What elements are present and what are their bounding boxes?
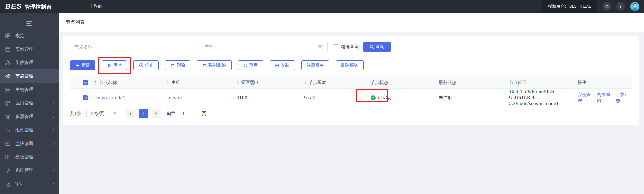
chevron-right-icon <box>51 101 55 105</box>
sidebar-item-applications[interactable]: 应用管理 <box>0 96 59 110</box>
component-icon <box>5 127 11 133</box>
col-host: 主机 <box>163 79 233 86</box>
sort-icon[interactable] <box>304 81 307 84</box>
row-node-name-cell: seeyon_node1 <box>91 95 163 100</box>
sidebar-item-label: 资源管理 <box>15 114 33 120</box>
sidebar-item-overview[interactable]: 概览 <box>0 29 59 42</box>
col-service-status: 服务状态 <box>435 79 505 86</box>
sidebar-item-components[interactable]: 组件管理 <box>0 123 59 137</box>
goto-page-input[interactable] <box>179 109 197 118</box>
main-area: 节点列表 主机 精确查询 查询 <box>59 13 644 194</box>
sidebar-item-label: 集群管理 <box>15 60 33 66</box>
sidebar-item-label: 主机管理 <box>15 87 33 93</box>
exact-query-checkbox-group[interactable]: 精确查询 <box>334 44 359 50</box>
logo-subtitle: 管理控制台 <box>25 4 52 11</box>
resource-layers-icon <box>5 114 11 120</box>
sidebar-item-label: 监控诊断 <box>15 140 33 147</box>
node-name-link[interactable]: seeyon_node1 <box>94 95 126 100</box>
host-select[interactable]: 主机 <box>200 42 328 52</box>
row-host-cell: seeyon <box>163 95 233 100</box>
sidebar-item-audit[interactable]: 审计 <box>0 177 59 191</box>
home-icon[interactable] <box>603 2 611 11</box>
sidebar-item-label: 模板管理 <box>15 154 33 160</box>
system-gear-icon <box>5 168 11 173</box>
tab-main-view[interactable]: 主界面 <box>89 0 103 13</box>
col-node-status: 节点状态 <box>367 79 435 86</box>
row-node-status-cell: 已启动 <box>367 95 435 101</box>
host-link[interactable]: seeyon <box>166 95 182 100</box>
restart-button[interactable]: 重启 <box>238 60 263 70</box>
delete-service-button[interactable]: 删除服务 <box>336 60 364 70</box>
col-node-name: 节点名称 <box>91 79 163 86</box>
license-user-label: 授权用户: BES TRIAL <box>542 0 597 13</box>
trash-icon <box>171 63 175 68</box>
app-icon <box>5 100 11 106</box>
node-name-input[interactable] <box>70 42 193 52</box>
query-button[interactable]: 查询 <box>363 42 391 52</box>
sidebar-item-templates[interactable]: 模板管理 <box>0 150 59 164</box>
install-button[interactable]: 安装 <box>270 60 295 70</box>
node-icon <box>5 73 11 79</box>
restart-icon <box>243 63 248 68</box>
row-checkbox-cell <box>70 95 91 100</box>
sidebar-item-resources[interactable]: 资源管理 <box>0 110 59 123</box>
instance-box-icon <box>5 46 11 52</box>
sidebar-item-label: 组件管理 <box>15 127 33 133</box>
template-icon <box>5 154 11 160</box>
select-dropdown-icon <box>113 112 116 115</box>
sidebar-item-instances[interactable]: 实例管理 <box>0 42 59 56</box>
page-title-bar: 节点列表 <box>59 13 644 32</box>
row-actions-cell: 实例管理 高级编辑 下载日志 <box>574 92 632 104</box>
chevron-right-icon <box>51 182 55 186</box>
host-select-placeholder: 主机 <box>205 44 213 50</box>
table-row: seeyon_node1 seeyon 3100 9.5.2 <box>70 89 632 103</box>
sort-icon[interactable] <box>236 81 239 84</box>
sidebar-item-system[interactable]: 系统管理 <box>0 164 59 177</box>
next-page-button[interactable] <box>152 109 161 118</box>
chevron-left-icon <box>129 112 132 115</box>
row-node-location-cell: 10.3.4.59:/home/BES-CLUSTER-9. 5.2/node/… <box>505 89 574 107</box>
collapse-menu-icon[interactable] <box>26 21 32 26</box>
create-button[interactable]: 新建 <box>70 60 95 70</box>
force-delete-button[interactable]: 强制删除 <box>197 60 232 70</box>
chevron-right-icon <box>51 115 55 118</box>
start-button[interactable]: 启动 <box>102 60 127 70</box>
stop-icon <box>139 63 144 68</box>
register-service-button[interactable]: 注册服务 <box>301 60 329 70</box>
user-avatar[interactable] <box>630 2 639 11</box>
sidebar-item-clusters[interactable]: 集群管理 <box>0 56 59 69</box>
sidebar-item-hosts[interactable]: 主机管理 <box>0 83 59 96</box>
monitor-icon <box>5 141 11 147</box>
sidebar-item-nodes[interactable]: 节点管理 <box>0 69 59 83</box>
node-list-card: 主机 精确查询 查询 新建 <box>63 36 639 125</box>
action-instance-manage-link[interactable]: 实例管理 <box>578 92 594 104</box>
sidebar-item-monitoring[interactable]: 监控诊断 <box>0 137 59 150</box>
trash-x-icon <box>203 63 207 68</box>
sort-icon[interactable] <box>166 81 169 84</box>
plus-icon <box>75 63 80 68</box>
sidebar-item-label: 系统管理 <box>15 167 33 173</box>
delete-button[interactable]: 删除 <box>165 60 190 70</box>
info-icon[interactable] <box>616 2 625 11</box>
table-header-row: 节点名称 主机 管理端口 节点版本 节点状态 <box>70 76 632 89</box>
row-checkbox[interactable] <box>83 95 88 100</box>
node-table: 节点名称 主机 管理端口 节点版本 节点状态 <box>70 76 632 103</box>
chevron-right-icon <box>51 128 55 132</box>
prev-page-button[interactable] <box>126 109 135 118</box>
page-size-select[interactable]: 10条/页 <box>86 109 120 118</box>
logo-bes-text: BES <box>5 2 22 11</box>
top-header: BES 管理控制台 主界面 授权用户: BES TRIAL <box>0 0 644 13</box>
sort-icon[interactable] <box>94 81 97 84</box>
current-page-button[interactable]: 1 <box>139 109 148 118</box>
col-admin-port: 管理端口 <box>233 79 301 86</box>
action-advanced-edit-link[interactable]: 高级编辑 <box>597 92 613 104</box>
sidebar-item-label: 实例管理 <box>15 46 33 52</box>
exact-query-checkbox[interactable] <box>334 44 338 49</box>
select-all-checkbox[interactable] <box>83 80 88 85</box>
stop-button[interactable]: 停止 <box>133 60 159 70</box>
action-download-log-link[interactable]: 下载日志 <box>616 92 632 104</box>
select-dropdown-icon <box>318 45 323 48</box>
pagination: 共1条 10条/页 1 前往 页 <box>70 109 632 118</box>
col-node-version: 节点版本 <box>301 79 367 86</box>
chevron-right-icon <box>51 142 55 145</box>
